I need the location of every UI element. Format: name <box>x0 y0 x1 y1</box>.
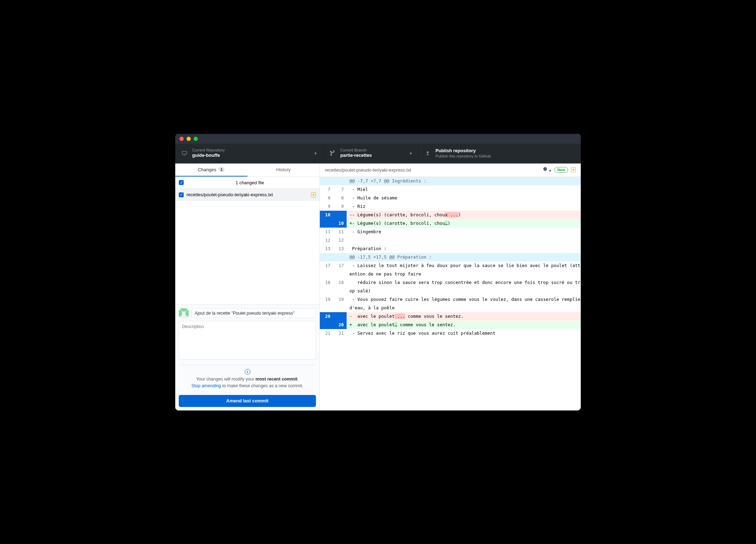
diff-status-modified-icon <box>571 167 576 172</box>
chevron-down-icon: ▼ <box>409 152 413 155</box>
file-path: recettes/poulet-pseudo-teriyaki-express.… <box>187 192 273 197</box>
publish-button[interactable]: Publish repository Publish this reposito… <box>419 144 581 163</box>
changes-header-text: 1 changed file <box>184 180 316 185</box>
file-list <box>175 201 319 304</box>
amend-info-post: . <box>297 377 298 382</box>
diff-line[interactable]: @@ -17,5 +17,5 @@ Préparation : <box>320 253 581 261</box>
tab-history[interactable]: History <box>248 163 320 177</box>
sidebar-tabs: Changes 1 History <box>175 163 319 177</box>
changes-count-badge: 1 <box>218 167 225 172</box>
diff-header: recettes/poulet-pseudo-teriyaki-express.… <box>320 163 581 177</box>
tab-changes-label: Changes <box>198 167 216 172</box>
select-all-checkbox[interactable]: ✓ <box>179 180 184 185</box>
publish-label: Publish repository <box>435 148 491 154</box>
gear-icon[interactable]: ▾ <box>542 167 552 173</box>
tab-changes[interactable]: Changes 1 <box>175 163 248 177</box>
chevron-down-icon: ▼ <box>314 152 317 155</box>
sidebar: Changes 1 History ✓ 1 changed file ✓ rec… <box>175 163 320 410</box>
branch-label: Current Branch <box>340 148 372 153</box>
publish-sublabel: Publish this repository to GitHub <box>435 154 491 159</box>
diff-line[interactable]: 1717 - Laissez le tout mijoter à feu dou… <box>320 261 581 278</box>
file-status-modified-icon <box>311 192 316 197</box>
app-window: Current Repository guide-bouffe ▼ Curren… <box>175 134 581 410</box>
monitor-icon <box>181 150 188 156</box>
repo-label: Current Repository <box>192 148 225 153</box>
branch-selector[interactable]: Current Branch partie-recettes ▼ <box>323 144 419 163</box>
window-close-button[interactable] <box>179 137 184 141</box>
commit-summary-input[interactable] <box>191 308 316 318</box>
diff-line[interactable]: 1111 - Gingembre <box>320 228 581 236</box>
tab-history-label: History <box>276 167 291 172</box>
diff-pane: recettes/poulet-pseudo-teriyaki-express.… <box>320 163 581 410</box>
amend-info-bold: most recent commit <box>256 377 298 382</box>
repo-value: guide-bouffe <box>192 153 225 159</box>
file-checkbox[interactable]: ✓ <box>179 192 184 197</box>
changed-file-row[interactable]: ✓ recettes/poulet-pseudo-teriyaki-expres… <box>175 189 319 201</box>
stop-amending-link[interactable]: Stop amending <box>191 383 221 388</box>
diff-file-path: recettes/poulet-pseudo-teriyaki-express.… <box>325 167 539 173</box>
diff-line[interactable]: 1919 - Vous pouvez faire cuire les légum… <box>320 295 581 312</box>
new-badge: New <box>554 167 568 173</box>
toolbar: Current Repository guide-bouffe ▼ Curren… <box>175 144 581 163</box>
diff-line[interactable]: 1313 Préparation : <box>320 245 581 253</box>
amend-info-pre: Your changes will modify your <box>196 377 255 382</box>
amend-info: i Your changes will modify your most rec… <box>179 365 316 393</box>
diff-lines[interactable]: @@ -7,7 +7,7 @@ Ingrédients :77 - Miel88… <box>320 177 581 410</box>
diff-line[interactable]: 10-- Légume(s) (carotte, brocoli, choux … <box>320 211 581 219</box>
branch-icon <box>329 150 336 156</box>
upload-icon <box>424 150 431 156</box>
changes-header: ✓ 1 changed file <box>175 177 319 189</box>
diff-line[interactable]: 20- avec le poulet ... comme vous le sen… <box>320 312 581 321</box>
diff-line[interactable]: 1212 <box>320 236 581 245</box>
diff-line[interactable]: 77 - Miel <box>320 185 581 194</box>
diff-line[interactable]: 99 - Riz <box>320 202 581 211</box>
info-icon: i <box>245 369 250 375</box>
diff-line[interactable]: 10+- Légume(s) (carotte, brocoli, chou…) <box>320 219 581 228</box>
commit-box: i Your changes will modify your most rec… <box>175 304 319 410</box>
diff-line[interactable]: @@ -7,7 +7,7 @@ Ingrédients : <box>320 177 581 185</box>
commit-description-input[interactable] <box>179 321 316 360</box>
window-minimize-button[interactable] <box>187 137 191 141</box>
diff-line[interactable]: 88 - Huile de sésame <box>320 194 581 202</box>
amend-commit-button[interactable]: Amend last commit <box>179 395 316 407</box>
titlebar[interactable] <box>175 134 581 144</box>
branch-value: partie-recettes <box>340 153 372 159</box>
stop-amending-post: to make these changes as a new commit. <box>221 383 303 388</box>
window-zoom-button[interactable] <box>194 137 198 141</box>
diff-line[interactable]: 20+ avec le poulet… comme vous le sentez… <box>320 321 581 329</box>
diff-line[interactable]: 2121 - Servez avec le riz que vous aurez… <box>320 329 581 338</box>
repo-selector[interactable]: Current Repository guide-bouffe ▼ <box>175 144 323 163</box>
avatar <box>179 308 189 318</box>
diff-line[interactable]: 1818 réduire sinon la sauce sera trop co… <box>320 278 581 295</box>
